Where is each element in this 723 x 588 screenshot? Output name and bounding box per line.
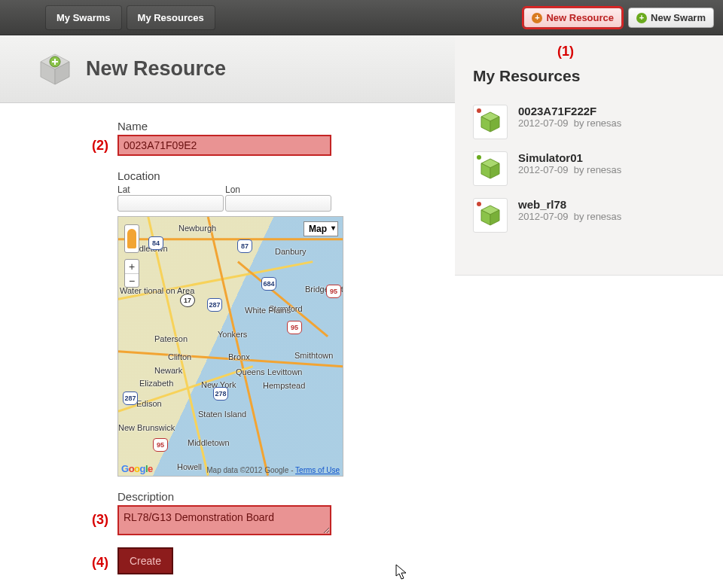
route-shield-icon: 87 bbox=[237, 239, 252, 253]
new-resource-label: New Resource bbox=[546, 12, 614, 23]
status-dot-offline bbox=[477, 202, 481, 206]
map-city-label: Middletown bbox=[188, 438, 230, 447]
resource-item[interactable]: Simulator01 2012-07-09 by renesas bbox=[473, 151, 705, 186]
resource-meta: 0023A71F222F 2012-07-09 by renesas bbox=[518, 105, 621, 129]
zoom-out-button[interactable]: − bbox=[125, 273, 139, 287]
svg-line-21 bbox=[238, 262, 328, 337]
route-shield-icon: 17 bbox=[180, 294, 195, 307]
page-title: New Resource bbox=[86, 57, 226, 81]
lat-label: Lat bbox=[117, 184, 224, 195]
map-city-label: New Brunswick bbox=[118, 423, 175, 432]
map-city-label: Hempstead bbox=[263, 381, 305, 390]
map-zoom: + − bbox=[124, 259, 139, 288]
map-city-label: Newark bbox=[154, 366, 182, 375]
map-roads bbox=[118, 217, 343, 476]
resource-cube-icon bbox=[473, 151, 508, 186]
google-logo: Google bbox=[121, 463, 153, 474]
svg-line-19 bbox=[208, 217, 267, 476]
map-city-label: Bronx bbox=[228, 352, 250, 361]
resource-cube-icon bbox=[473, 105, 508, 139]
route-shield-icon: 95 bbox=[287, 321, 302, 334]
location-label: Location bbox=[117, 169, 452, 182]
route-shield-icon: 84 bbox=[148, 236, 163, 250]
resource-cube-icon bbox=[473, 198, 508, 233]
map-city-label: Clifton bbox=[168, 352, 191, 361]
description-input[interactable] bbox=[117, 505, 331, 535]
resource-subtitle: 2012-07-09 by renesas bbox=[518, 164, 621, 175]
sidebar: My Resources 0023A71F222F 2012-07-09 by … bbox=[455, 35, 723, 276]
map-city-label: Smithtown bbox=[294, 351, 333, 360]
route-shield-icon: 95 bbox=[326, 285, 341, 298]
resource-cube-icon bbox=[38, 52, 72, 87]
create-button[interactable]: Create bbox=[117, 547, 173, 574]
resource-name: Simulator01 bbox=[518, 151, 621, 164]
map-attrib-text: Map data ©2012 Google - bbox=[206, 466, 295, 474]
map-attribution: Google Map data ©2012 Google - Terms of … bbox=[121, 463, 340, 474]
map-city-label: Levittown bbox=[267, 367, 302, 376]
status-dot-online bbox=[477, 155, 481, 160]
lat-lon-row: Lat Lon bbox=[117, 184, 331, 212]
route-shield-icon: 287 bbox=[207, 298, 222, 312]
map-city-label: Edison bbox=[136, 399, 162, 408]
route-shield-icon: 95 bbox=[153, 438, 168, 452]
resource-meta: web_rl78 2012-07-09 by renesas bbox=[518, 198, 621, 222]
resource-name: 0023A71F222F bbox=[518, 105, 621, 117]
route-shield-icon: 684 bbox=[261, 277, 276, 291]
map-city-label: Staten Island bbox=[198, 410, 246, 419]
map-city-label: Newburgh bbox=[178, 224, 216, 233]
name-label: Name bbox=[117, 120, 452, 133]
tab-my-resources[interactable]: My Resources bbox=[127, 5, 215, 30]
top-buttons: + New Resource + New Swarm bbox=[523, 8, 714, 28]
map-city-label: Paterson bbox=[154, 334, 188, 343]
map-city-label: Danbury bbox=[275, 247, 307, 256]
status-dot-offline bbox=[477, 108, 481, 113]
form: Name Location Lat Lon bbox=[0, 103, 452, 588]
map-type-select[interactable]: Map bbox=[304, 221, 338, 236]
new-swarm-label: New Swarm bbox=[651, 12, 706, 23]
name-input[interactable] bbox=[117, 135, 331, 156]
map-city-label: White Plains bbox=[245, 306, 291, 315]
resource-subtitle: 2012-07-09 by renesas bbox=[518, 211, 621, 222]
route-shield-icon: 287 bbox=[123, 391, 138, 405]
new-swarm-button[interactable]: + New Swarm bbox=[628, 8, 714, 28]
new-resource-button[interactable]: + New Resource bbox=[523, 8, 622, 28]
plus-icon: + bbox=[532, 13, 542, 23]
map[interactable]: NewburghMiddletownDanburyBridgeportStamf… bbox=[117, 216, 343, 477]
lat-input[interactable] bbox=[117, 195, 224, 212]
top-bar: My Swarms My Resources + New Resource + … bbox=[0, 0, 723, 35]
map-city-label: Elizabeth bbox=[139, 379, 173, 388]
description-label: Description bbox=[117, 490, 452, 503]
top-nav: My Swarms My Resources bbox=[45, 5, 220, 30]
resource-item[interactable]: web_rl78 2012-07-09 by renesas bbox=[473, 198, 705, 233]
lon-label: Lon bbox=[225, 184, 331, 195]
plus-icon: + bbox=[636, 13, 647, 23]
resource-item[interactable]: 0023A71F222F 2012-07-09 by renesas bbox=[473, 105, 705, 139]
resource-name: web_rl78 bbox=[518, 198, 621, 211]
terms-of-use-link[interactable]: Terms of Use bbox=[295, 466, 340, 474]
lon-input[interactable] bbox=[225, 195, 331, 212]
map-city-label: Queens bbox=[236, 367, 265, 376]
tab-my-swarms[interactable]: My Swarms bbox=[45, 5, 122, 30]
zoom-in-button[interactable]: + bbox=[125, 260, 139, 273]
pegman-icon[interactable] bbox=[124, 224, 139, 253]
route-shield-icon: 278 bbox=[213, 387, 228, 401]
resource-subtitle: 2012-07-09 by renesas bbox=[518, 117, 621, 129]
sidebar-title: My Resources bbox=[473, 67, 705, 85]
svg-line-16 bbox=[148, 217, 208, 476]
resource-meta: Simulator01 2012-07-09 by renesas bbox=[518, 151, 621, 175]
map-city-label: Yonkers bbox=[218, 330, 247, 339]
